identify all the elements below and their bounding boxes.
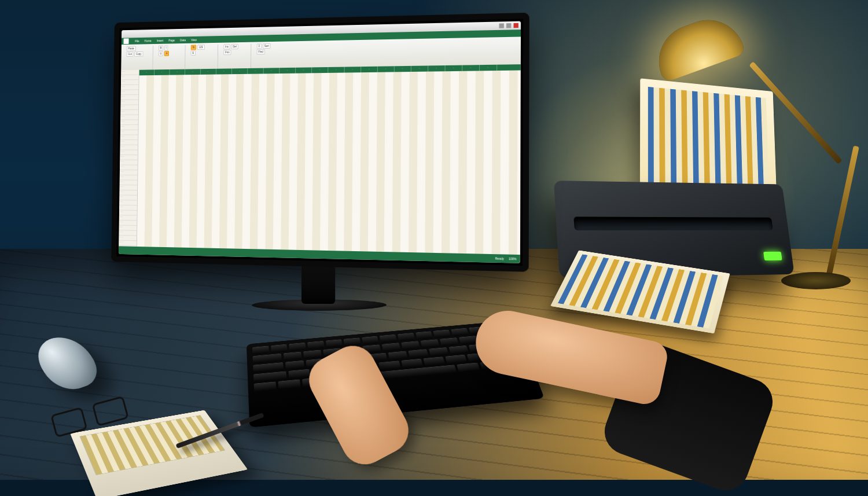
worksheet-grid: · · ·· · ·· · ·· · ·· · ·· · ·· · ·· · ·… [119, 64, 521, 255]
monitor-stand [301, 263, 335, 304]
lamp-base [781, 272, 851, 289]
ribbon-group-font: BI UA [156, 45, 186, 71]
minimize-icon [499, 23, 504, 28]
ribbon-button: A [164, 51, 169, 56]
ribbon-button: Σ [257, 43, 262, 49]
ribbon-tab: File [135, 39, 139, 43]
printer-status-led [763, 252, 782, 260]
ribbon-button: Del [231, 44, 238, 49]
ribbon-button: I [164, 45, 168, 50]
desk-scene-illustration: File Home Insert Page Data View Paste Cu… [0, 0, 868, 496]
lamp-head [649, 10, 746, 83]
ribbon-button: % [191, 45, 196, 50]
spreadsheet-app-window: File Home Insert Page Data View Paste Cu… [119, 21, 521, 263]
printer-output-slot [573, 216, 773, 230]
status-zoom: 100% [509, 257, 516, 261]
maximize-icon [506, 23, 511, 28]
ribbon-button: U [159, 51, 164, 56]
ribbon-button: Sort [263, 43, 271, 49]
ribbon-button: Find [257, 49, 265, 54]
ribbon-group-clipboard: Paste CutCopy [124, 46, 153, 72]
ribbon-button: $ [191, 50, 196, 56]
ribbon-tab: View [191, 38, 197, 42]
close-icon [514, 23, 518, 28]
ribbon-button: Ins [223, 44, 230, 49]
ribbon-button: Paste [127, 46, 136, 52]
ribbon-tab: Insert [157, 39, 163, 42]
cells-area: ······················ [137, 64, 521, 255]
ribbon-button: Copy [134, 52, 143, 57]
ribbon-group-cells: InsDel Fmt [221, 44, 251, 71]
ribbon-button: 123 [197, 45, 205, 50]
ribbon-button: B [159, 46, 163, 51]
app-logo-icon [123, 38, 128, 44]
monitor: File Home Insert Page Data View Paste Cu… [111, 13, 529, 272]
ribbon-tab: Page [168, 39, 175, 42]
ribbon-button: Fmt [223, 50, 231, 55]
ribbon-tab: Home [145, 39, 152, 42]
row-headers: · · ·· · ·· · ·· · ·· · ·· · ·· · ·· · ·… [119, 70, 139, 247]
ribbon-group-number: %123 $ [189, 45, 218, 71]
ribbon-group-editing: ΣSort Find [255, 43, 285, 70]
ribbon-tab: Data [180, 38, 186, 42]
status-ready: Ready [495, 256, 504, 260]
ribbon-button: Cut [127, 52, 134, 57]
